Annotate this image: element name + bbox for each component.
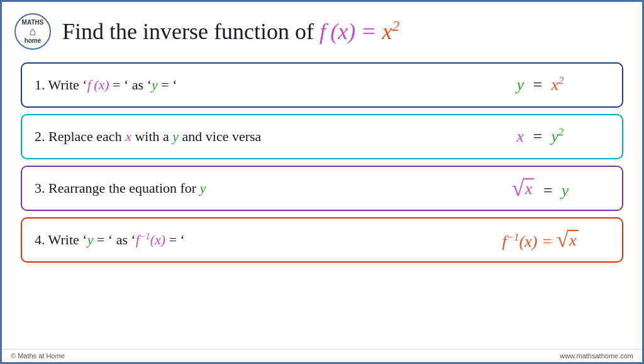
footer-left: © Maths at Home	[11, 352, 65, 360]
page: MATHS ⌂ home Find the inverse function o…	[0, 0, 644, 364]
step-2-formula: x = y2	[471, 127, 609, 146]
step-3-box: 3. Rearrange the equation for y √x = y	[21, 166, 623, 211]
header: MATHS ⌂ home Find the inverse function o…	[2, 2, 642, 56]
logo-bottom-text: home	[25, 37, 42, 44]
formula4-finv: f−1(x) = √x	[502, 232, 578, 251]
step-3-text: 3. Rearrange the equation for y	[35, 180, 206, 196]
step-1-formula: y = x2	[471, 76, 609, 94]
step4-finv: f−1(x)	[136, 232, 165, 247]
step-3-formula: √x = y	[471, 177, 609, 200]
formula3-eq: =	[538, 181, 558, 200]
footer-right: www.mathsathome.com	[560, 352, 633, 360]
formula1-y: y	[516, 76, 524, 94]
formula3-sqrt: √x	[512, 181, 538, 200]
step-4-box: 4. Write ‘y = ‘ as ‘f−1(x) = ‘ f−1(x) = …	[21, 217, 623, 263]
step-1-text: 1. Write ‘f (x) = ‘ as ‘y = ‘	[35, 77, 177, 93]
formula1-x2: x2	[552, 76, 564, 94]
formula2-x: x	[516, 127, 524, 145]
footer: © Maths at Home www.mathsathome.com	[2, 349, 642, 362]
title-x2: x2	[382, 19, 399, 44]
step3-y: y	[200, 180, 206, 196]
step1-y: y	[152, 77, 158, 93]
formula3-y: y	[562, 181, 569, 200]
step2-x: x	[125, 128, 131, 144]
step-4-text: 4. Write ‘y = ‘ as ‘f−1(x) = ‘	[35, 232, 185, 248]
step-2-box: 2. Replace each x with a y and vice vers…	[21, 114, 623, 159]
step-2-text: 2. Replace each x with a y and vice vers…	[35, 128, 261, 145]
formula4-sqrt: √x	[557, 229, 579, 251]
sqrt-symbol: √x	[512, 177, 535, 200]
step-1-box: 1. Write ‘f (x) = ‘ as ‘y = ‘ y = x2	[21, 62, 623, 108]
formula2-eq: =	[528, 127, 548, 145]
title-fx: f (x) = x2	[319, 19, 399, 44]
content-area: 1. Write ‘f (x) = ‘ as ‘y = ‘ y = x2 2. …	[2, 56, 642, 349]
step4-y: y	[87, 232, 94, 247]
step-4-formula: f−1(x) = √x	[471, 229, 609, 251]
step1-fx: f (x)	[87, 77, 109, 93]
formula1-eq: =	[528, 76, 548, 94]
formula2-y2: y2	[552, 127, 564, 145]
logo: MATHS ⌂ home	[14, 13, 51, 50]
logo-house-icon: ⌂	[30, 26, 36, 37]
page-title: Find the inverse function of f (x) = x2	[62, 18, 399, 45]
step2-y: y	[172, 128, 179, 144]
